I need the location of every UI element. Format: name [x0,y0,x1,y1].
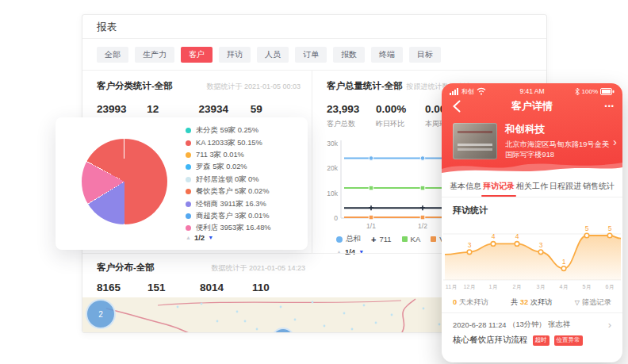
pie-legend-item-lawson[interactable]: 罗森 5家 0.02% [186,161,271,173]
tab-basic-info[interactable]: 基本信息 [450,176,481,197]
days-since-visit: 0 天未拜访 [453,297,488,308]
card-timestamp: 数据统计于 2021-01-05 00:03 [206,82,301,92]
pie-legend-item-ka[interactable]: KA 12033家 50.15% [186,136,271,148]
pie-legend-item-supermarket[interactable]: 商超类客户 3家 0.01% [186,210,271,222]
report-filter-tabs: 全部 生产力 客户 拜访 人员 订单 报数 终端 目标 [82,39,546,71]
tab-report-count[interactable]: 报数 [333,47,365,63]
tab-productivity[interactable]: 生产力 [135,47,174,63]
svg-text:5: 5 [585,224,589,232]
tab-schedule[interactable]: 日程跟进 [550,176,581,197]
pager-value: 1/2 [194,233,205,242]
card-title: 客户分布-全部 [97,262,155,274]
legend-dot [186,213,191,219]
company-card[interactable]: 和创科技 北京市海淀区马甸东路19号金美国际写字楼918 › [442,117,622,160]
pie-legend-pager: ▲ 1/2 ▼ [186,233,213,242]
more-menu-icon[interactable]: ••• [605,102,615,110]
card-timestamp: 数据统计于 2021-01-05 14:23 [211,263,305,274]
status-bar: 和创 9:41 AM 100% [442,83,622,96]
chevron-right-icon[interactable]: › [613,135,617,148]
svg-text:5月: 5月 [583,284,592,290]
legend-item-total[interactable]: 总和 [336,234,361,244]
svg-text:1/2: 1/2 [418,222,427,230]
svg-text:1: 1 [562,258,566,266]
svg-text:1月: 1月 [489,284,498,290]
visit-record-item[interactable]: 2020-6-28 11:24 （13分钟） 张志祥 › 核心餐饮店拜访流程 超… [442,313,622,346]
svg-text:30k: 30k [327,140,338,148]
badge-overtime: 超时 [533,335,550,346]
pie-legend-item-dealer[interactable]: 经销商 3911家 16.3% [186,197,271,209]
pie-legend: 未分类 59家 0.25% KA 12033家 50.15% 711 3家 0.… [186,125,271,235]
phone-page-title: 客户详情 [442,99,622,113]
pie-legend-item-unclassified[interactable]: 未分类 59家 0.25% [186,125,271,136]
page-title: 报表 [82,15,546,39]
svg-text:2月: 2月 [513,284,522,290]
svg-text:3月: 3月 [537,284,546,290]
tab-visit-records[interactable]: 拜访记录 [483,176,515,197]
tab-customer[interactable]: 客户 [181,47,213,63]
status-time: 9:41 AM [442,87,622,95]
map-cluster-marker[interactable]: 2 [86,299,116,329]
total-visits: 共 32 次拜访 [511,297,553,308]
tab-sales-stats[interactable]: 销售统计 [583,176,615,197]
legend-dot [186,189,191,194]
svg-text:4: 4 [492,232,496,240]
legend-item-ka[interactable]: KA [402,235,421,243]
visit-stats-area-chart: 344315511月12月1月2月3月4月5月6月 [443,218,621,293]
legend-dot [186,164,191,170]
chevron-right-icon: › [608,319,611,331]
record-duration: （13分钟） [508,320,546,330]
phone-nav: 客户详情 ••• [442,96,622,117]
record-datetime: 2020-6-28 11:24 [453,321,507,329]
legend-dot [186,152,191,158]
filter-icon: ▽ [575,299,580,306]
pie-legend-item-neighbor[interactable]: 好邻居连锁 0家 0% [186,174,271,186]
stat-total: 23,993 客户总数 [327,103,376,129]
card-title: 客户总量统计-全部 [327,80,403,92]
legend-dot [186,177,191,182]
svg-text:1/1: 1/1 [366,222,376,230]
svg-text:3: 3 [468,241,472,249]
company-name: 和创科技 [505,123,613,136]
svg-text:4: 4 [515,232,519,240]
tab-target[interactable]: 目标 [409,47,441,63]
svg-text:5: 5 [608,224,612,232]
pie-chart-panel: 未分类 59家 0.25% KA 12033家 50.15% 711 3家 0.… [56,117,308,250]
svg-text:3: 3 [539,241,543,249]
tab-visit[interactable]: 拜访 [219,47,251,63]
customer-category-pie-chart[interactable] [82,139,167,224]
phone-header: 和创 9:41 AM 100% [442,83,622,176]
tab-personnel[interactable]: 人员 [257,47,289,63]
pie-legend-item-catering[interactable]: 餐饮类客户 5家 0.02% [186,186,271,197]
filter-records-button[interactable]: ▽ 筛选记录 [575,297,611,308]
tab-order[interactable]: 订单 [295,47,327,63]
svg-text:20k: 20k [327,164,338,172]
record-person: 张志祥 [548,320,570,330]
visit-summary-row: 0 天未拜访 共 32 次拜访 ▽ 筛选记录 [442,293,622,313]
svg-text:4月: 4月 [560,284,569,290]
pager-up-icon[interactable]: ▲ [186,235,191,240]
legend-item-711[interactable]: +711 [371,235,392,243]
wave-decoration [442,158,622,177]
tab-all[interactable]: 全部 [97,47,128,63]
legend-dot [186,225,191,231]
svg-text:0: 0 [334,214,338,222]
pager-down-icon[interactable]: ▼ [208,235,213,240]
tab-terminal[interactable]: 终端 [371,47,403,63]
phone-tabs: 基本信息 拜访记录 相关工作 日程跟进 销售统计 [442,176,622,197]
record-title: 核心餐饮店拜访流程 [453,335,528,346]
svg-text:12月: 12月 [464,284,476,290]
stat-day-ratio: 0.00% 昨日环比 [376,103,425,129]
svg-text:10k: 10k [327,190,338,197]
tab-related-work[interactable]: 相关工作 [516,176,548,197]
screenshot-stage: 报表 全部 生产力 客户 拜访 人员 订单 报数 终端 目标 客户分类统计-全部… [0,0,628,364]
visit-stats-title: 拜访统计 [442,197,622,218]
legend-dot [186,201,191,207]
mobile-customer-detail: 和创 9:41 AM 100% [442,83,622,362]
svg-text:6月: 6月 [606,284,615,290]
card-title: 客户分类统计-全部 [97,80,173,92]
pie-legend-item-711[interactable]: 711 3家 0.01% [186,149,271,161]
svg-text:11月: 11月 [446,284,457,290]
company-photo [453,123,497,159]
badge-location-error: 位置异常 [554,335,583,346]
legend-dot [186,128,191,133]
